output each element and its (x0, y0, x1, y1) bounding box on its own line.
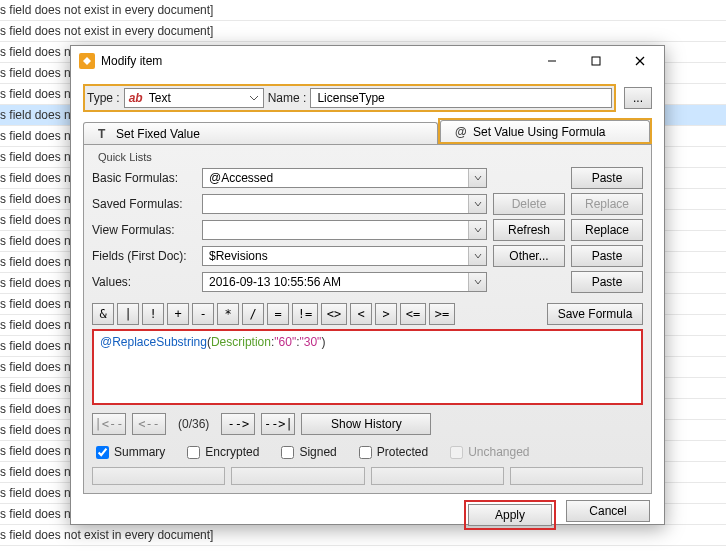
name-input[interactable]: LicenseType (310, 88, 612, 108)
type-label: Type : (87, 91, 120, 105)
saved-formulas-combo[interactable] (202, 194, 487, 214)
view-formulas-label: View Formulas: (92, 223, 196, 237)
status-cell (92, 467, 225, 485)
replace-button[interactable]: Replace (571, 193, 643, 215)
tab-label: Set Fixed Value (116, 127, 200, 141)
chevron-down-icon (468, 169, 486, 187)
show-history-button[interactable]: Show History (301, 413, 431, 435)
chevron-down-icon (468, 221, 486, 239)
chevron-down-icon (249, 91, 259, 108)
type-value: Text (149, 91, 171, 105)
fields-first-doc-label: Fields (First Doc): (92, 249, 196, 263)
group-label: Quick Lists (94, 151, 643, 163)
op-plus[interactable]: + (167, 303, 189, 325)
last-button[interactable]: -->| (261, 413, 295, 435)
view-formulas-combo[interactable] (202, 220, 487, 240)
saved-formulas-label: Saved Formulas: (92, 197, 196, 211)
summary-checkbox[interactable]: Summary (96, 445, 165, 459)
ellipsis-button[interactable]: ... (624, 87, 652, 109)
app-icon (79, 53, 95, 69)
paste-button[interactable]: Paste (571, 245, 643, 267)
minimize-button[interactable] (530, 47, 574, 75)
op-ne[interactable]: != (292, 303, 318, 325)
chevron-down-icon (468, 247, 486, 265)
tab-set-value-using-formula[interactable]: @ Set Value Using Formula (440, 120, 650, 142)
fields-combo[interactable]: $Revisions (202, 246, 487, 266)
status-cell (510, 467, 643, 485)
type-prefix: ab (129, 91, 143, 105)
op-amp[interactable]: & (92, 303, 114, 325)
prev-button[interactable]: <-- (132, 413, 166, 435)
maximize-button[interactable] (574, 47, 618, 75)
replace-button[interactable]: Replace (571, 219, 643, 241)
save-formula-button[interactable]: Save Formula (547, 303, 643, 325)
status-cell (231, 467, 364, 485)
values-combo[interactable]: 2016-09-13 10:55:56 AM (202, 272, 487, 292)
operator-bar: & | ! + - * / = != <> < > <= >= Save For… (92, 303, 643, 325)
paste-button[interactable]: Paste (571, 167, 643, 189)
protected-checkbox[interactable]: Protected (359, 445, 428, 459)
chevron-down-icon (468, 195, 486, 213)
formula-editor[interactable]: @ReplaceSubstring(Description:"60":"30") (92, 329, 643, 405)
svg-text:@: @ (455, 126, 467, 138)
dialog-content: Type : ab Text Name : LicenseType ... T … (71, 76, 664, 540)
apply-button[interactable]: Apply (468, 504, 552, 526)
op-ltgt[interactable]: <> (321, 303, 347, 325)
modify-item-dialog: Modify item Type : ab Text Name : Licens… (70, 45, 665, 525)
op-minus[interactable]: - (192, 303, 214, 325)
cancel-button[interactable]: Cancel (566, 500, 650, 522)
type-combo[interactable]: ab Text (124, 88, 264, 108)
next-button[interactable]: --> (221, 413, 255, 435)
at-icon: @ (455, 126, 467, 138)
close-button[interactable] (618, 47, 662, 75)
op-div[interactable]: / (242, 303, 264, 325)
unchanged-checkbox: Unchanged (450, 445, 529, 459)
signed-checkbox[interactable]: Signed (281, 445, 336, 459)
svg-rect-1 (592, 57, 600, 65)
encrypted-checkbox[interactable]: Encrypted (187, 445, 259, 459)
svg-text:T: T (98, 128, 106, 140)
list-item[interactable]: s field does not exist in every document… (0, 21, 726, 42)
basic-formulas-label: Basic Formulas: (92, 171, 196, 185)
list-item[interactable]: s field does not exist in every document… (0, 0, 726, 21)
op-mul[interactable]: * (217, 303, 239, 325)
op-not[interactable]: ! (142, 303, 164, 325)
tab-set-fixed-value[interactable]: T Set Fixed Value (83, 122, 438, 144)
basic-formulas-combo[interactable]: @Accessed (202, 168, 487, 188)
op-eq[interactable]: = (267, 303, 289, 325)
quick-lists-panel: Quick Lists Basic Formulas: @Accessed Pa… (83, 144, 652, 494)
status-cell (371, 467, 504, 485)
values-label: Values: (92, 275, 196, 289)
tab-label: Set Value Using Formula (473, 125, 606, 139)
counter: (0/36) (172, 417, 215, 431)
other-button[interactable]: Other... (493, 245, 565, 267)
paste-button[interactable]: Paste (571, 271, 643, 293)
first-button[interactable]: |<-- (92, 413, 126, 435)
chevron-down-icon (468, 273, 486, 291)
titlebar: Modify item (71, 46, 664, 76)
op-le[interactable]: <= (400, 303, 426, 325)
dialog-title: Modify item (101, 54, 530, 68)
name-label: Name : (268, 91, 307, 105)
refresh-button[interactable]: Refresh (493, 219, 565, 241)
status-bar (92, 467, 643, 485)
delete-button[interactable]: Delete (493, 193, 565, 215)
op-pipe[interactable]: | (117, 303, 139, 325)
op-lt[interactable]: < (350, 303, 372, 325)
op-gt[interactable]: > (375, 303, 397, 325)
text-icon: T (98, 128, 110, 140)
op-ge[interactable]: >= (429, 303, 455, 325)
